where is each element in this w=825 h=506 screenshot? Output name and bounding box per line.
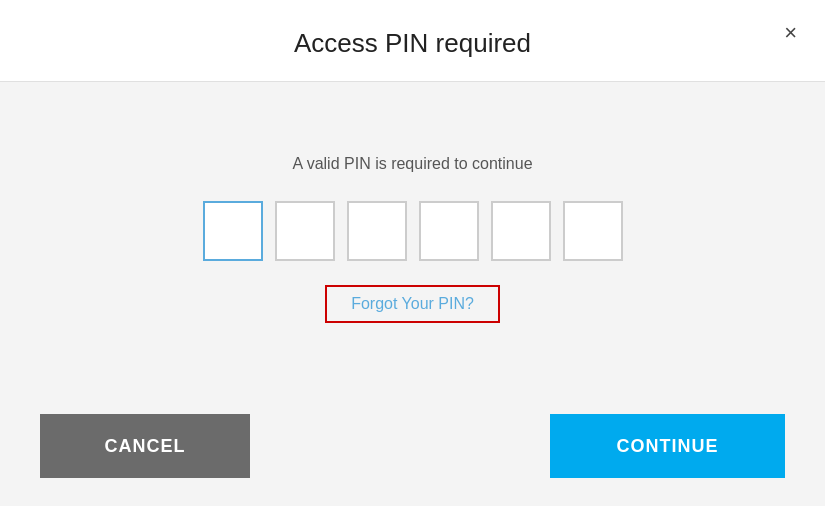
pin-input-2[interactable] xyxy=(275,201,335,261)
cancel-button[interactable]: CANCEL xyxy=(40,414,250,478)
subtitle-text: A valid PIN is required to continue xyxy=(292,155,532,173)
continue-button[interactable]: CONTINUE xyxy=(550,414,785,478)
modal-header: Access PIN required × xyxy=(0,0,825,82)
modal-footer: CANCEL CONTINUE xyxy=(0,396,825,506)
pin-inputs-container xyxy=(203,201,623,261)
close-button[interactable]: × xyxy=(780,18,801,48)
pin-input-5[interactable] xyxy=(491,201,551,261)
modal-body: A valid PIN is required to continue Forg… xyxy=(0,82,825,396)
pin-input-1[interactable] xyxy=(203,201,263,261)
forgot-pin-button[interactable]: Forgot Your PIN? xyxy=(351,295,474,313)
modal-title: Access PIN required xyxy=(20,28,805,59)
pin-input-3[interactable] xyxy=(347,201,407,261)
pin-input-4[interactable] xyxy=(419,201,479,261)
access-pin-modal: Access PIN required × A valid PIN is req… xyxy=(0,0,825,506)
forgot-pin-wrapper: Forgot Your PIN? xyxy=(325,285,500,323)
pin-input-6[interactable] xyxy=(563,201,623,261)
